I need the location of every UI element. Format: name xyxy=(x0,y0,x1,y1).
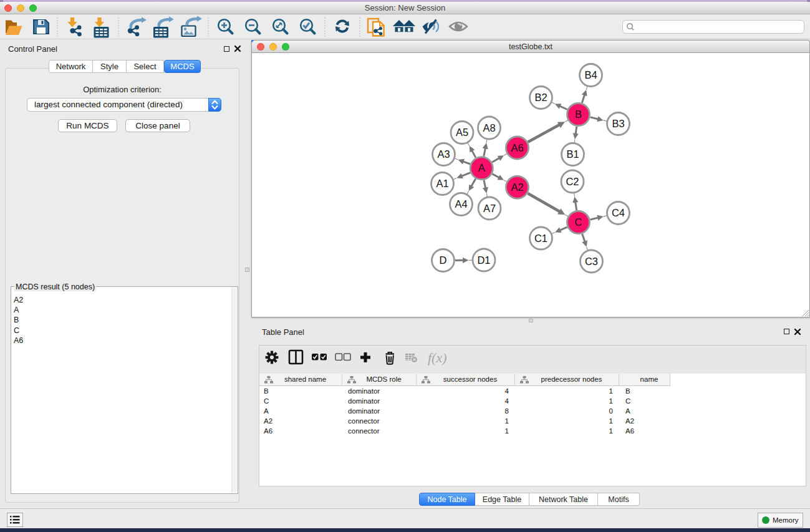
svg-text:B3: B3 xyxy=(612,118,624,129)
svg-text:A8: A8 xyxy=(483,122,495,133)
svg-text:C4: C4 xyxy=(612,207,625,218)
svg-text:A3: A3 xyxy=(437,148,450,160)
svg-text:A4: A4 xyxy=(455,198,467,210)
svg-text:A2: A2 xyxy=(511,181,523,193)
svg-text:C: C xyxy=(575,216,582,228)
svg-text:B4: B4 xyxy=(584,69,597,80)
svg-text:A: A xyxy=(478,162,485,173)
svg-text:A5: A5 xyxy=(456,127,468,138)
svg-text:D: D xyxy=(440,254,447,266)
svg-text:B1: B1 xyxy=(566,148,579,160)
svg-text:A1: A1 xyxy=(436,178,448,189)
svg-text:A6: A6 xyxy=(511,142,523,153)
svg-text:C3: C3 xyxy=(585,256,598,267)
svg-text:f(x): f(x) xyxy=(428,350,447,365)
svg-text:C2: C2 xyxy=(566,176,579,187)
svg-text:C1: C1 xyxy=(534,233,547,244)
svg-text:A7: A7 xyxy=(483,203,496,214)
svg-text:D1: D1 xyxy=(477,254,490,266)
svg-text:B2: B2 xyxy=(534,92,547,103)
svg-text:B: B xyxy=(575,109,582,120)
